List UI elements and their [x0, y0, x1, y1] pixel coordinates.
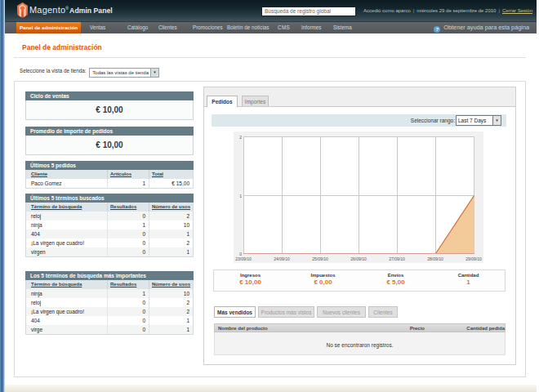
svg-text:29/09/10: 29/09/10	[466, 256, 482, 261]
svg-text:25/09/10: 25/09/10	[312, 256, 328, 261]
svg-text:26/09/10: 26/09/10	[350, 256, 367, 261]
svg-text:1: 1	[239, 194, 242, 198]
svg-text:23/09/10: 23/09/10	[235, 256, 252, 261]
svg-text:24/09/10: 24/09/10	[274, 256, 290, 261]
svg-text:27/09/10: 27/09/10	[389, 256, 405, 261]
svg-text:2: 2	[239, 135, 242, 140]
svg-text:28/09/10: 28/09/10	[427, 256, 443, 261]
